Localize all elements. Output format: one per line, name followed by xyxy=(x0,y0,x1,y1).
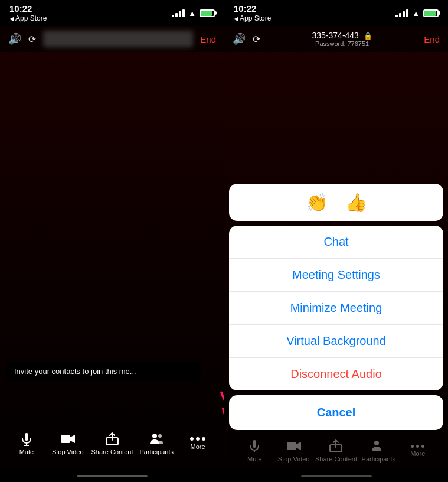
left-status-bar: 10:22 App Store ▲ xyxy=(0,0,224,26)
right-more-label: More xyxy=(410,450,425,457)
right-more-dots-icon xyxy=(411,445,424,448)
meeting-settings-menu-item[interactable]: Meeting Settings xyxy=(229,259,443,292)
left-bottom-toolbar: Mute Stop Video Share Content Particip xyxy=(0,423,224,470)
svg-rect-10 xyxy=(287,442,296,450)
share-content-label: Share Content xyxy=(91,448,133,455)
right-status-bar: 10:22 App Store ▲ xyxy=(224,0,448,26)
chat-label: Chat xyxy=(323,235,348,248)
right-mute-label: Mute xyxy=(247,455,261,463)
invite-tooltip: Invite your contacts to join this me... xyxy=(6,361,201,382)
right-status-bar-left: 10:22 App Store xyxy=(234,4,271,22)
left-video-area: Invite your contacts to join this me... xyxy=(0,52,224,423)
right-toolbar-stop-video: Stop Video xyxy=(276,439,312,463)
disconnect-audio-label: Disconnect Audio xyxy=(290,367,382,380)
meeting-info: 335-374-443 🔒 Password: 776751 xyxy=(267,31,417,47)
thumbsup-emoji[interactable]: 👍 xyxy=(345,192,367,213)
right-participants-icon xyxy=(371,439,385,453)
left-panel: 10:22 App Store ▲ 🔊 ⟳ End Invite your co… xyxy=(0,0,224,482)
stop-video-label: Stop Video xyxy=(52,448,84,455)
left-top-bar: 🔊 ⟳ End xyxy=(0,26,224,52)
meeting-title-blurred xyxy=(43,31,193,47)
toolbar-item-participants[interactable]: Participants xyxy=(139,432,174,455)
left-home-bar xyxy=(77,475,148,477)
cancel-label: Cancel xyxy=(317,406,356,419)
left-time: 10:22 xyxy=(9,4,47,14)
right-toolbar-share-content: Share Content xyxy=(315,439,357,463)
left-status-bar-left: 10:22 App Store xyxy=(9,4,47,22)
meeting-id: 335-374-443 🔒 xyxy=(312,31,372,40)
toolbar-item-more[interactable]: More xyxy=(180,437,215,450)
toolbar-item-share-content[interactable]: Share Content xyxy=(91,432,133,455)
svg-point-7 xyxy=(158,434,162,438)
right-stop-video-label: Stop Video xyxy=(278,455,310,463)
right-participants-label: Participants xyxy=(362,455,395,463)
meeting-id-text: 335-374-443 xyxy=(312,31,359,40)
right-toolbar-participants: Participants xyxy=(361,439,396,463)
right-toolbar-mute: Mute xyxy=(237,439,272,463)
mute-icon xyxy=(19,432,34,446)
meeting-settings-label: Meeting Settings xyxy=(292,268,380,281)
right-end-button[interactable]: End xyxy=(424,34,440,44)
toolbar-item-mute[interactable]: Mute xyxy=(9,432,44,455)
minimize-meeting-label: Minimize Meeting xyxy=(290,301,382,314)
action-sheet-menu-group: Chat Meeting Settings Minimize Meeting V… xyxy=(229,226,443,390)
right-battery-icon xyxy=(423,9,439,17)
virtual-background-label: Virtual Background xyxy=(286,334,386,347)
participants-label: Participants xyxy=(140,448,174,455)
right-camera-flip-icon[interactable]: ⟳ xyxy=(253,34,260,45)
more-dots-icon xyxy=(190,437,205,441)
right-mute-icon xyxy=(247,439,261,453)
camera-flip-icon[interactable]: ⟳ xyxy=(28,34,36,45)
left-status-bar-right: ▲ xyxy=(172,9,215,18)
emoji-reaction-row: 👏 👍 xyxy=(229,184,443,221)
right-stop-video-icon xyxy=(286,439,302,453)
virtual-background-menu-item[interactable]: Virtual Background xyxy=(229,325,443,358)
right-time: 10:22 xyxy=(234,4,271,14)
stop-video-icon xyxy=(60,432,76,446)
right-speaker-icon[interactable]: 🔊 xyxy=(233,32,246,45)
left-home-indicator xyxy=(0,470,224,482)
left-end-button[interactable]: End xyxy=(200,34,216,44)
svg-point-6 xyxy=(152,434,157,438)
cancel-button[interactable]: Cancel xyxy=(229,395,443,430)
speaker-icon[interactable]: 🔊 xyxy=(8,32,21,45)
toolbar-item-stop-video[interactable]: Stop Video xyxy=(50,432,86,455)
right-top-bar: 🔊 ⟳ 335-374-443 🔒 Password: 776751 End xyxy=(224,26,448,52)
lock-icon: 🔒 xyxy=(364,32,372,40)
minimize-meeting-menu-item[interactable]: Minimize Meeting xyxy=(229,292,443,325)
disconnect-audio-menu-item[interactable]: Disconnect Audio xyxy=(229,358,443,390)
svg-rect-8 xyxy=(253,440,256,448)
right-back-button[interactable]: App Store xyxy=(234,14,271,22)
meeting-password: Password: 776751 xyxy=(315,40,369,47)
mute-label: Mute xyxy=(19,448,34,455)
signal-icon xyxy=(172,9,185,17)
wifi-icon: ▲ xyxy=(188,9,196,18)
right-share-icon xyxy=(329,439,343,453)
battery-icon xyxy=(200,9,215,17)
right-share-label: Share Content xyxy=(315,455,357,463)
participants-icon xyxy=(149,432,163,446)
right-bottom-toolbar-dimmed: Mute Stop Video Share Content xyxy=(229,430,443,477)
clap-emoji[interactable]: 👏 xyxy=(306,192,328,213)
svg-point-12 xyxy=(374,441,379,445)
right-status-bar-right: ▲ xyxy=(395,9,439,18)
more-label: More xyxy=(191,443,205,450)
right-toolbar-more: More xyxy=(400,445,436,457)
invite-tooltip-text: Invite your contacts to join this me... xyxy=(14,367,136,376)
right-signal-icon xyxy=(395,9,408,17)
share-content-icon xyxy=(105,432,119,446)
right-wifi-icon: ▲ xyxy=(412,9,420,18)
right-panel: 10:22 App Store ▲ 🔊 ⟳ 335-374-443 🔒 Pas xyxy=(224,0,448,482)
svg-rect-4 xyxy=(61,435,70,443)
action-sheet: 👏 👍 Chat Meeting Settings Minimize Meeti… xyxy=(224,184,448,482)
left-back-button[interactable]: App Store xyxy=(9,14,47,22)
chat-menu-item[interactable]: Chat xyxy=(229,226,443,259)
svg-rect-1 xyxy=(25,433,28,441)
